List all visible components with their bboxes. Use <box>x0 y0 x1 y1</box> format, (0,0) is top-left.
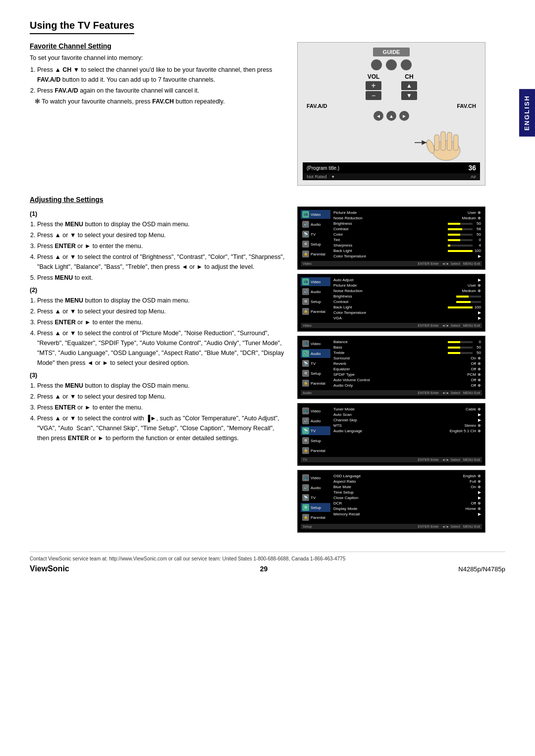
channel-number: 36 <box>468 164 476 172</box>
group1-list: Press the MENU button to display the OSD… <box>37 219 287 283</box>
fav-ch-label: FAV.CH <box>457 103 476 109</box>
svg-rect-1 <box>434 135 439 151</box>
osd-tab-parental4: 🔒 Parental <box>301 446 330 455</box>
list-item: Press ▲ or ▼ to select the control with … <box>37 413 287 443</box>
model-number: N4285p/N4785p <box>458 565 505 573</box>
osd-tab-video4: 📺 Video <box>301 406 330 415</box>
page-footer: Contact ViewSonic service team at: http:… <box>30 552 505 561</box>
list-item: Press ENTER or ► to enter the menu. <box>37 241 287 251</box>
osd-tab-parental: 🔒 Parental <box>301 250 330 258</box>
osd-tab-parental2: 🔒 Parental <box>301 307 330 316</box>
favorite-section-title: Favorite Channel Setting <box>30 42 287 50</box>
osd-row: Close Caption▶ <box>332 495 482 501</box>
svg-rect-4 <box>453 135 458 151</box>
osd-tab-video3: 📺 Video <box>301 339 330 348</box>
osd-row: Auto Adjust▶ <box>332 277 482 283</box>
ch-up[interactable]: ▲ <box>401 81 417 90</box>
osd-tab-setup5: ⚙ Setup <box>301 503 330 512</box>
svg-rect-3 <box>447 132 452 151</box>
osd-row: Tuner ModeCable⊕ <box>332 406 482 412</box>
osd-tab-video5: 📺 Video <box>301 473 330 482</box>
osd-footer: TVENTER Enter ◄/► Select MENU Exit <box>301 457 482 462</box>
nav-right[interactable]: ► <box>399 111 409 121</box>
osd-row: Auto Scan▶ <box>332 412 482 417</box>
osd-menu-tv: 📺 Video 🔊 Audio 📡 TV <box>297 403 485 466</box>
not-rated: Not Rated <box>307 174 327 179</box>
osd-row: DCROff⊕ <box>332 501 482 506</box>
osd-row: Contrast58 <box>332 226 482 232</box>
osd-tab-audio: 🔊 Audio <box>301 220 330 229</box>
favorite-intro: To set your favorite channel into memory… <box>30 53 287 63</box>
favorite-steps-list: Press ▲ CH ▼ to select the channel you'd… <box>37 65 287 96</box>
list-item: Press ▲ or ▼ to select the control of "P… <box>37 328 287 368</box>
nav-circle-2 <box>386 59 397 70</box>
osd-footer: SetupENTER Enter ◄/► Select MENU Exit <box>301 524 482 529</box>
osd-row: Brightness50 <box>332 221 482 226</box>
osd-row: Noise ReductionMedium⊕ <box>332 215 482 221</box>
osd-footer: AudioENTER Enter ◄/► Select MENU Exit <box>301 390 482 396</box>
ch-down[interactable]: ▼ <box>401 91 417 100</box>
list-item: Press ENTER or ► to enter the menu. <box>37 317 287 327</box>
osd-row: Audio LanguageEnglish 5.1 CH⊕ <box>332 428 482 434</box>
osd-row: Color50 <box>332 232 482 237</box>
osd-row: Auto Volume ControlOff⊕ <box>332 377 482 383</box>
nav-left[interactable]: ◄ <box>374 111 383 121</box>
program-title: (Program title.) <box>307 165 339 171</box>
osd-tab-setup4: ⚙ Setup <box>301 436 330 445</box>
osd-row: Picture ModeUser⊕ <box>332 283 482 288</box>
star-note: ✻ To watch your favourite channels, pres… <box>35 97 287 106</box>
osd-tab-tv3: 📡 TV <box>301 359 330 368</box>
page-number: 29 <box>260 565 268 573</box>
nav-circle-3 <box>401 59 412 70</box>
osd-row: OSD LanguageEnglish⊕ <box>332 473 482 479</box>
osd-row: Picture ModeUser⊕ <box>332 210 482 215</box>
osd-menus-area: 📺 Video 🔊 Audio 📡 TV <box>297 206 485 537</box>
list-item: Press the MENU button to display the OSD… <box>37 381 287 391</box>
ch-label: CH <box>401 73 417 80</box>
list-item: Press FAV.A/D again on the favourite cha… <box>37 86 287 96</box>
osd-tab-tv4: 📡 TV <box>301 426 330 435</box>
vol-label: VOL <box>366 73 381 80</box>
nav-circle-1 <box>371 59 382 70</box>
osd-row: Back Light100 <box>332 248 482 253</box>
osd-tab-audio4: 🔊 Audio <box>301 416 330 425</box>
osd-row: SurroundOn⊕ <box>332 355 482 361</box>
osd-footer: VideoENTER Enter ◄/► Select MENU Exit <box>301 261 482 266</box>
adjusting-title: Adjusting the Settings <box>30 196 505 203</box>
osd-row: Balance0 <box>332 339 482 345</box>
group3-list: Press the MENU button to display the OSD… <box>37 381 287 443</box>
osd-tab-video: 📺 Video <box>301 210 330 219</box>
group2-number: (2) <box>30 287 287 294</box>
svg-rect-2 <box>441 132 446 151</box>
remote-area: GUIDE VOL + − CH ▲ <box>297 42 485 186</box>
list-item: Press ENTER or ► to enter the menu. <box>37 403 287 412</box>
fav-ad-label: FAV.A/D <box>307 103 327 109</box>
osd-tab-setup: ⚙ Setup <box>301 240 330 249</box>
vol-plus[interactable]: + <box>366 81 381 90</box>
osd-row: Noise ReductionMedium⊕ <box>332 288 482 294</box>
group2-list: Press the MENU button to display the OSD… <box>37 296 287 368</box>
list-item: Press the MENU button to display the OSD… <box>37 296 287 305</box>
list-item: Press ▲ or ▼ to select the control of "B… <box>37 252 287 272</box>
brand-name: ViewSonic <box>30 564 69 573</box>
osd-row: Tint0 <box>332 237 482 243</box>
osd-row: Brightness <box>332 294 482 299</box>
osd-row: MTSStereo⊕ <box>332 423 482 428</box>
vol-minus[interactable]: − <box>366 91 381 100</box>
osd-row: Channel Skip▶ <box>332 417 482 423</box>
osd-row: ReverbOff⊕ <box>332 361 482 366</box>
air-label: Air <box>471 174 476 179</box>
osd-tab-tv5: 📡 TV <box>301 493 330 502</box>
osd-row: Memory Recall▶ <box>332 511 482 517</box>
list-item: Press ▲ or ▼ to select your desired top … <box>37 306 287 316</box>
osd-tab-tv: 📡 TV <box>301 230 330 239</box>
osd-tab-setup3: ⚙ Setup <box>301 369 330 378</box>
osd-tab-audio2: 🔊 Audio <box>301 287 330 296</box>
page-title: Using the TV Features <box>30 20 134 34</box>
osd-row: EqualizerOff⊕ <box>332 366 482 372</box>
osd-row: Color Temperature▶ <box>332 310 482 315</box>
osd-tab-video2: 📺 Video <box>301 277 330 286</box>
guide-button: GUIDE <box>373 48 410 56</box>
osd-row: Time Setup▶ <box>332 490 482 495</box>
nav-up[interactable]: ▲ <box>386 111 396 121</box>
